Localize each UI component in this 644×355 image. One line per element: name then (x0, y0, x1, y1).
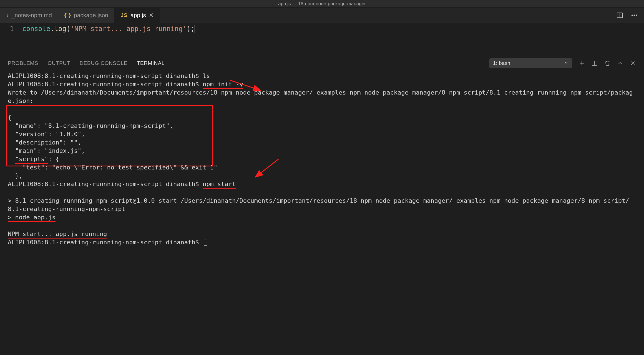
line-gutter: 1 (0, 25, 22, 48)
term-json: }, (8, 172, 22, 179)
term-cmd-highlight: npm init -y (203, 81, 243, 89)
terminal-output[interactable]: ALIPL1008:8.1-creating-runnning-npm-scri… (0, 70, 644, 355)
term-json: "name": "8.1-creating-runnning-npm-scrip… (8, 122, 173, 129)
svg-point-2 (632, 15, 633, 16)
code-line-1[interactable]: console.log('NPM start... app.js running… (22, 25, 195, 48)
bottom-panel: PROBLEMS OUTPUT DEBUG CONSOLE TERMINAL 1… (0, 56, 644, 355)
tabs-actions (610, 8, 644, 23)
svg-line-12 (256, 159, 279, 177)
vscode-window: app.js — 18-npm-node-package-manager ↓ _… (0, 0, 644, 355)
tab-app-js[interactable]: JS app.js ✕ (115, 8, 160, 23)
panel-tab-debug[interactable]: DEBUG CONSOLE (80, 57, 127, 69)
term-json: "version": "1.0.0", (8, 131, 85, 138)
markdown-icon: ↓ (6, 12, 9, 18)
terminal-cursor (204, 240, 207, 246)
term-json: : { (48, 156, 59, 163)
code-editor[interactable]: 1 console.log('NPM start... app.js runni… (0, 23, 644, 56)
panel-actions: 1: bash (489, 58, 636, 68)
svg-point-4 (636, 15, 637, 16)
term-json-highlight: "scripts" (15, 156, 48, 164)
term-json (8, 156, 15, 163)
line-number: 1 (0, 25, 14, 33)
tab-label: _notes-npm.md (11, 12, 52, 19)
tab-label: app.js (130, 12, 146, 19)
panel-tab-problems[interactable]: PROBLEMS (8, 57, 38, 69)
term-line: ALIPL1008:8.1-creating-runnning-npm-scri… (8, 239, 203, 246)
token-close: ); (187, 25, 195, 33)
json-icon: { } (64, 12, 71, 19)
close-icon[interactable]: ✕ (149, 12, 154, 19)
term-line: ALIPL1008:8.1-creating-runnning-npm-scri… (8, 181, 203, 187)
window-title: app.js — 18-npm-node-package-manager (278, 1, 366, 6)
term-line: > 8.1-creating-runnning-npm-script@1.0.0… (8, 197, 629, 212)
javascript-icon: JS (121, 12, 128, 18)
term-line: Wrote to /Users/dinanath/Documents/impor… (8, 89, 633, 104)
term-json: "main": "index.js", (8, 147, 85, 154)
tab-notes-npm[interactable]: ↓ _notes-npm.md (0, 8, 58, 23)
editor-tabs-row: ↓ _notes-npm.md { } package.json JS app.… (0, 8, 644, 23)
token-string: 'NPM start... app.js running' (70, 25, 187, 33)
more-icon[interactable] (631, 12, 638, 19)
term-line: ALIPL1008:8.1-creating-runnning-npm-scri… (8, 81, 203, 88)
split-editor-icon[interactable] (616, 12, 623, 19)
close-panel-icon[interactable] (630, 60, 636, 67)
window-title-bar: app.js — 18-npm-node-package-manager (0, 0, 644, 8)
term-json: "test": "echo \"Error: no test specified… (8, 164, 217, 171)
term-json: { (8, 114, 11, 121)
panel-tab-terminal[interactable]: TERMINAL (137, 57, 165, 69)
token-dot: . (50, 25, 54, 33)
new-terminal-icon[interactable] (578, 60, 585, 67)
tab-label: package.json (74, 12, 108, 19)
token-object: console (22, 25, 50, 33)
split-terminal-icon[interactable] (591, 60, 598, 67)
panel-tab-output[interactable]: OUTPUT (48, 57, 70, 69)
term-line-highlight: NPM start... app.js running (8, 230, 107, 239)
term-cmd: ls (203, 72, 210, 79)
editor-cursor (195, 25, 195, 33)
svg-point-3 (634, 15, 635, 16)
term-line-highlight: > node app.js (8, 214, 56, 222)
kill-terminal-icon[interactable] (604, 60, 611, 67)
chevron-down-icon (564, 60, 568, 66)
maximize-panel-icon[interactable] (617, 60, 623, 67)
tab-package-json[interactable]: { } package.json (58, 8, 115, 23)
term-cmd-highlight: npm start (203, 181, 236, 189)
token-open: ( (66, 25, 70, 33)
panel-tabs: PROBLEMS OUTPUT DEBUG CONSOLE TERMINAL 1… (0, 56, 644, 70)
term-line: ALIPL1008:8.1-creating-runnning-npm-scri… (8, 72, 203, 79)
terminal-selector-label: 1: bash (493, 60, 510, 66)
term-json: "description": "", (8, 139, 81, 146)
token-function: log (54, 25, 66, 33)
terminal-selector[interactable]: 1: bash (489, 58, 572, 68)
